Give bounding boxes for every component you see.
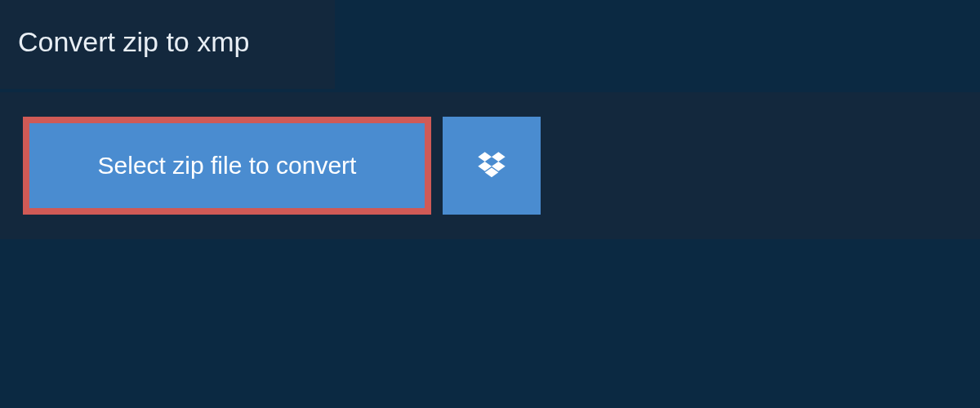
dropbox-button[interactable] bbox=[443, 117, 541, 215]
button-row: Select zip file to convert bbox=[23, 117, 957, 215]
page-title: Convert zip to xmp bbox=[0, 0, 335, 89]
upload-panel: Select zip file to convert bbox=[0, 92, 980, 239]
dropbox-icon bbox=[475, 149, 508, 182]
select-file-button[interactable]: Select zip file to convert bbox=[23, 117, 431, 215]
select-file-label: Select zip file to convert bbox=[98, 152, 357, 180]
